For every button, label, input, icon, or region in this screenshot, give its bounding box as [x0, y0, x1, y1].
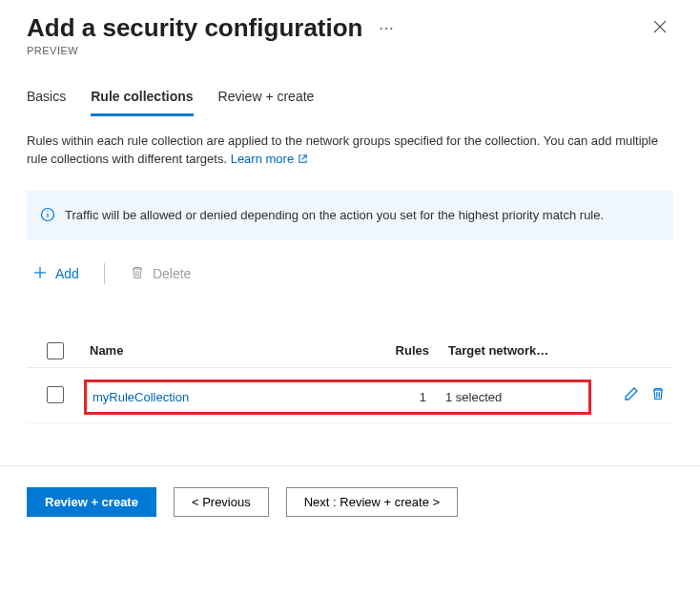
previous-button[interactable]: < Previous [174, 487, 269, 517]
footer-bar: Review + create < Previous Next : Review… [0, 465, 700, 538]
preview-badge: PREVIEW [27, 45, 400, 56]
edit-icon[interactable] [624, 386, 639, 404]
delete-label: Delete [153, 266, 191, 281]
add-button[interactable]: Add [27, 259, 85, 289]
info-icon [40, 207, 55, 225]
tab-basics[interactable]: Basics [27, 83, 66, 116]
plus-icon [32, 265, 48, 283]
more-actions-icon[interactable]: ⋯ [373, 13, 400, 43]
panel-header: Add a security configuration ⋯ PREVIEW [27, 13, 673, 56]
tab-strip: Basics Rule collections Review + create [27, 83, 673, 117]
add-label: Add [55, 266, 79, 281]
rule-collections-table: Name Rules Target network… myRuleCollect… [27, 335, 673, 423]
svg-point-4 [47, 211, 48, 212]
target-cell: 1 selected [445, 390, 588, 404]
table-row: myRuleCollection 1 1 selected [27, 368, 673, 423]
tab-review-create[interactable]: Review + create [218, 83, 315, 116]
highlighted-row-region: myRuleCollection 1 1 selected [84, 380, 591, 415]
learn-more-link[interactable]: Learn more [231, 152, 308, 166]
info-text: Traffic will be allowed or denied depend… [65, 206, 604, 225]
description-body: Rules within each rule collection are ap… [27, 133, 658, 166]
rule-count-cell: 1 [360, 390, 445, 404]
column-header-rules[interactable]: Rules [362, 343, 448, 358]
review-create-button[interactable]: Review + create [27, 487, 156, 517]
trash-icon [130, 265, 145, 283]
delete-button[interactable]: Delete [124, 259, 196, 289]
column-header-target[interactable]: Target network… [448, 343, 591, 358]
tab-rule-collections[interactable]: Rule collections [91, 83, 193, 116]
row-checkbox[interactable] [47, 386, 64, 403]
page-title: Add a security configuration [27, 13, 363, 43]
rule-collection-name-link[interactable]: myRuleCollection [93, 390, 189, 404]
column-header-name[interactable]: Name [84, 343, 362, 358]
toolbar-divider [104, 263, 105, 284]
table-header-row: Name Rules Target network… [27, 335, 673, 368]
info-box: Traffic will be allowed or denied depend… [27, 191, 673, 240]
select-all-checkbox[interactable] [47, 342, 64, 359]
external-link-icon [298, 152, 308, 170]
next-button[interactable]: Next : Review + create > [286, 487, 458, 517]
table-toolbar: Add Delete [27, 259, 673, 289]
delete-row-icon[interactable] [650, 386, 666, 404]
description-text: Rules within each rule collection are ap… [27, 133, 673, 170]
close-icon[interactable] [647, 13, 673, 43]
